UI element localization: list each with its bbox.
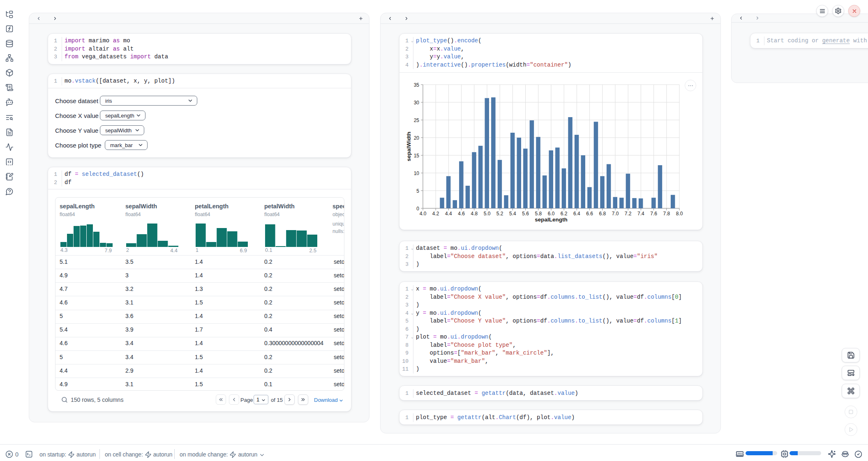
- svg-text:7.0: 7.0: [612, 211, 619, 217]
- svg-text:5: 5: [416, 188, 419, 194]
- svg-text:5.2: 5.2: [496, 211, 503, 217]
- svg-text:4.6: 4.6: [458, 211, 465, 217]
- svg-text:4.4: 4.4: [445, 211, 452, 217]
- svg-text:6.4: 6.4: [573, 211, 580, 217]
- svg-text:7.4: 7.4: [637, 211, 644, 217]
- svg-text:30: 30: [414, 100, 420, 106]
- svg-text:0: 0: [416, 206, 419, 212]
- svg-text:5.4: 5.4: [509, 211, 516, 217]
- svg-text:sepalWidth: sepalWidth: [406, 132, 412, 161]
- svg-text:sepalLength: sepalLength: [535, 217, 568, 223]
- svg-text:15: 15: [414, 153, 420, 159]
- svg-text:20: 20: [414, 135, 420, 141]
- svg-text:5.8: 5.8: [535, 211, 542, 217]
- svg-text:4.0: 4.0: [420, 211, 427, 217]
- svg-text:4.2: 4.2: [432, 211, 439, 217]
- svg-text:7.6: 7.6: [650, 211, 657, 217]
- svg-text:6.0: 6.0: [548, 211, 555, 217]
- svg-text:4.8: 4.8: [471, 211, 478, 217]
- svg-text:7.2: 7.2: [625, 211, 632, 217]
- svg-text:10: 10: [414, 171, 420, 176]
- svg-text:8.0: 8.0: [676, 211, 683, 217]
- svg-text:5.0: 5.0: [484, 211, 491, 217]
- svg-text:6.2: 6.2: [561, 211, 568, 217]
- svg-text:7.8: 7.8: [663, 211, 670, 217]
- svg-text:25: 25: [414, 118, 420, 123]
- svg-text:5.6: 5.6: [522, 211, 529, 217]
- svg-text:6.8: 6.8: [599, 211, 606, 217]
- svg-text:35: 35: [414, 82, 420, 88]
- svg-text:6.6: 6.6: [586, 211, 593, 217]
